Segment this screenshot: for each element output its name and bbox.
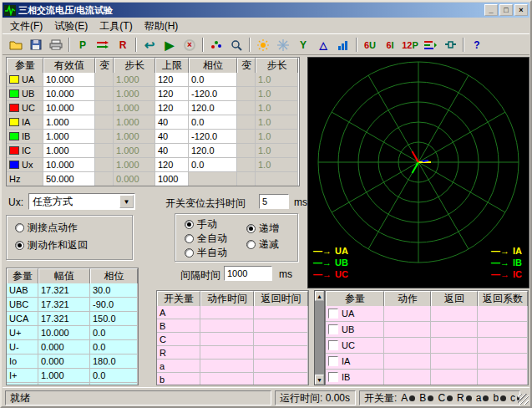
chevron-down-icon[interactable]: ▼ — [119, 195, 134, 208]
action-table-scrollbar[interactable]: ▲ ▼ — [314, 290, 325, 385]
twelve-phase-button[interactable]: 12P — [400, 36, 420, 54]
limit-cell[interactable]: 120 — [155, 87, 189, 101]
harmonics-button[interactable] — [333, 36, 353, 54]
debounce-input[interactable] — [259, 194, 289, 209]
vary2-cell[interactable] — [237, 158, 256, 172]
vary-cell[interactable] — [95, 158, 114, 172]
limit-cell[interactable]: 40 — [155, 115, 189, 130]
checkbox[interactable] — [328, 340, 338, 350]
parameter-settings-button[interactable]: P — [73, 36, 93, 54]
vary-cell[interactable] — [95, 172, 114, 186]
resize-grip[interactable] — [518, 394, 529, 405]
minimize-button[interactable]: _ — [484, 4, 498, 16]
open-file-button[interactable] — [6, 36, 26, 54]
menu-file[interactable]: 文件(F) — [4, 18, 48, 35]
vary-cell[interactable] — [95, 144, 114, 158]
checkbox[interactable] — [328, 324, 338, 334]
contrast-button[interactable] — [273, 36, 293, 54]
checkbox[interactable] — [328, 356, 338, 366]
brightness-button[interactable] — [253, 36, 273, 54]
menu-test[interactable]: 试验(E) — [48, 18, 94, 35]
step-cell[interactable]: 1.000 — [114, 130, 155, 144]
vary-cell[interactable] — [95, 73, 114, 87]
vary2-cell[interactable] — [237, 73, 256, 87]
sequence-button[interactable] — [420, 36, 440, 54]
start-test-button[interactable]: ▶ — [160, 36, 180, 54]
vary2-cell[interactable] — [237, 115, 256, 130]
radio-action-and-return[interactable]: 测动作和返回 — [15, 238, 88, 252]
stop-test-button[interactable]: × — [180, 36, 200, 54]
phase-step-cell[interactable]: 1.0 — [256, 87, 298, 101]
step-cell[interactable]: 1.000 — [114, 158, 155, 172]
radio-icon[interactable] — [246, 224, 256, 233]
vary-cell[interactable] — [95, 130, 114, 144]
vary2-cell[interactable] — [237, 130, 256, 144]
limit-cell[interactable]: 120 — [155, 101, 189, 115]
radio-icon[interactable] — [15, 241, 24, 250]
phase-cell[interactable]: 120.0 — [189, 144, 237, 158]
step-cell[interactable]: 1.000 — [114, 144, 155, 158]
menu-tools[interactable]: 工具(T) — [94, 18, 138, 35]
radio-increase[interactable]: 递增 — [246, 222, 279, 236]
maximize-button[interactable]: □ — [499, 4, 513, 16]
step-cell[interactable]: 1.000 — [114, 73, 155, 87]
step-cell[interactable]: 1.000 — [114, 87, 155, 101]
limit-cell[interactable]: 40 — [155, 144, 189, 158]
value-cell[interactable]: 10.000 — [43, 87, 95, 101]
value-cell[interactable]: 1.000 — [43, 144, 95, 158]
radio-icon[interactable] — [185, 234, 194, 243]
limit-cell[interactable]: 40 — [155, 130, 189, 144]
value-cell[interactable]: 50.000 — [43, 172, 95, 186]
vary-cell[interactable] — [95, 115, 114, 130]
phase-cell[interactable]: -120.0 — [189, 130, 237, 144]
phase-view-button[interactable] — [206, 36, 226, 54]
value-cell[interactable]: 1.000 — [43, 115, 95, 130]
help-button[interactable]: ? — [467, 36, 487, 54]
delta-connection-button[interactable]: △ — [313, 36, 333, 54]
radio-icon[interactable] — [15, 223, 24, 232]
phase-step-cell[interactable]: 1.0 — [256, 158, 298, 172]
phase-cell[interactable]: 120.0 — [189, 101, 237, 115]
save-button[interactable] — [26, 36, 46, 54]
checkbox[interactable] — [328, 372, 338, 382]
undo-button[interactable]: ↩ — [139, 36, 160, 54]
close-button[interactable]: × — [514, 4, 528, 16]
limit-cell[interactable]: 120 — [155, 73, 189, 87]
value-cell[interactable]: 10.000 — [43, 73, 95, 87]
step-cell[interactable]: 1.000 — [114, 115, 155, 130]
print-button[interactable] — [46, 36, 66, 54]
phase-step-cell[interactable]: 1.0 — [256, 73, 298, 87]
vary-cell[interactable] — [95, 101, 114, 115]
six-voltage-button[interactable]: 6U — [360, 36, 380, 54]
menu-help[interactable]: 帮助(H) — [139, 18, 185, 35]
vary2-cell[interactable] — [237, 144, 256, 158]
vary2-cell[interactable] — [237, 87, 256, 101]
phase-cell[interactable]: 0.0 — [189, 158, 237, 172]
six-current-button[interactable]: 6I — [380, 36, 400, 54]
zoom-button[interactable] — [226, 36, 246, 54]
value-cell[interactable]: 1.000 — [43, 130, 95, 144]
radio-icon[interactable] — [185, 220, 194, 229]
limit-cell[interactable]: 1000 — [155, 172, 189, 186]
radio-contact-action[interactable]: 测接点动作 — [15, 221, 78, 235]
radio-full-auto[interactable]: 全自动 — [185, 232, 227, 246]
value-cell[interactable]: 10.000 — [43, 101, 95, 115]
interval-input[interactable] — [224, 266, 272, 281]
radio-icon[interactable] — [246, 240, 256, 249]
vary-cell[interactable] — [95, 87, 114, 101]
connection-button[interactable] — [440, 36, 460, 54]
value-cell[interactable]: 10.000 — [43, 158, 95, 172]
phase-cell[interactable]: -120.0 — [189, 87, 237, 101]
radio-decrease[interactable]: 递减 — [246, 237, 279, 252]
limit-cell[interactable]: 120 — [155, 158, 189, 172]
vary2-cell[interactable] — [237, 101, 256, 115]
scroll-down-icon[interactable]: ▼ — [315, 375, 324, 385]
phase-cell[interactable]: 0.0 — [189, 73, 237, 87]
step-cell[interactable]: 0.000 — [114, 172, 155, 186]
assign-values-button[interactable] — [93, 36, 113, 54]
wye-connection-button[interactable]: Y — [293, 36, 313, 54]
phase-step-cell[interactable]: 1.0 — [256, 115, 298, 130]
radio-semi-auto[interactable]: 半自动 — [185, 246, 227, 260]
phase-step-cell[interactable]: 1.0 — [256, 101, 298, 115]
checkbox[interactable] — [328, 309, 338, 319]
